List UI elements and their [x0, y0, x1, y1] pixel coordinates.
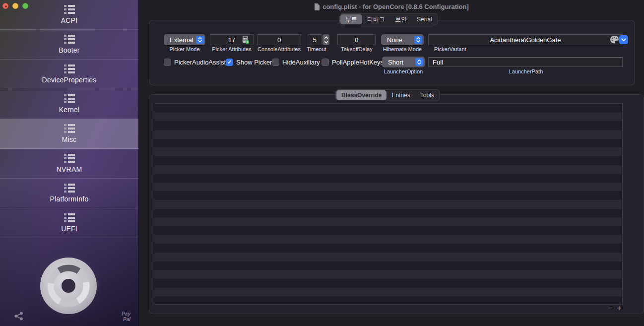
minimize-button[interactable]: [12, 3, 18, 9]
picker-variant-dropdown-button[interactable]: [619, 35, 628, 44]
paypal-line1: Pay: [122, 311, 130, 317]
list-icon: [64, 213, 75, 222]
picker-variant-label: PickerVariant: [434, 46, 533, 52]
picker-attributes-value: 17: [228, 36, 235, 44]
checkbox-icon: [164, 59, 171, 66]
timeout-field[interactable]: 5: [308, 34, 322, 45]
sidebar-item-label: Kernel: [59, 106, 80, 114]
zoom-button[interactable]: [22, 3, 28, 9]
tab-debug[interactable]: 디버그: [362, 14, 390, 24]
popup-stepper-icon: [414, 36, 422, 44]
tab-security[interactable]: 보안: [390, 14, 412, 24]
checkbox-icon: [272, 59, 279, 66]
sidebar-item-label: PlatformInfo: [50, 195, 89, 203]
console-attributes-field[interactable]: 0: [257, 34, 301, 45]
remove-row-button[interactable]: −: [608, 304, 613, 313]
list-icon: [64, 184, 75, 193]
bless-override-table[interactable]: [154, 103, 623, 305]
hide-auxiliary-checkbox[interactable]: HideAuxiliary: [272, 58, 320, 66]
main-content: 부트 디버그 보안 Serial External Picker Mode 17: [139, 0, 644, 326]
timeout-label: Timeout: [303, 46, 330, 52]
checkbox-icon: [322, 59, 329, 66]
app-logo: [39, 257, 98, 315]
launcher-path-field[interactable]: Full: [428, 57, 623, 67]
launcher-path-value: Full: [433, 59, 443, 66]
picker-mode-value: External: [170, 36, 193, 44]
sidebar-item-nvram[interactable]: NVRAM: [0, 149, 138, 179]
launcher-option-label: LauncherOption: [370, 68, 437, 74]
sidebar-item-label: Booter: [59, 46, 79, 54]
picker-attributes-label: Picker Attributes: [205, 46, 258, 52]
poll-apple-hotkeys-checkbox[interactable]: PollAppleHotKeys: [322, 58, 384, 66]
paypal-link[interactable]: Pay Pal: [122, 311, 130, 322]
close-button[interactable]: [2, 3, 8, 9]
hibernate-mode-label: Hibernate Mode: [371, 46, 434, 52]
hibernate-mode-value: None: [387, 36, 402, 44]
paypal-line2: Pal: [122, 317, 130, 322]
picker-variant-field[interactable]: Acidanthera\GoldenGate: [428, 34, 623, 45]
palette-icon[interactable]: [610, 35, 619, 44]
sidebar-item-uefi[interactable]: UEFI: [0, 208, 138, 238]
sidebar-item-kernel[interactable]: Kernel: [0, 89, 138, 119]
tab-serial[interactable]: Serial: [412, 14, 437, 24]
share-icon[interactable]: [14, 311, 24, 321]
console-attributes-value: 0: [277, 36, 281, 44]
checkbox-icon: ✓: [226, 59, 233, 66]
table-edit-buttons: − +: [608, 304, 622, 313]
checkbox-label: Show Picker: [236, 59, 272, 66]
calculator-add-icon[interactable]: [242, 35, 250, 44]
sidebar: ACPI Booter DeviceProperties: [0, 0, 139, 326]
tab-entries[interactable]: Entries: [386, 90, 415, 100]
sidebar-nav: ACPI Booter DeviceProperties: [0, 0, 138, 238]
checkbox-label: PollAppleHotKeys: [332, 59, 384, 66]
boot-settings-group: [149, 20, 635, 85]
popup-stepper-icon: [196, 36, 204, 44]
sidebar-item-label: ACPI: [61, 16, 77, 24]
list-icon: [64, 5, 75, 14]
sidebar-item-booter[interactable]: Booter: [0, 30, 138, 60]
sidebar-item-label: NVRAM: [57, 165, 82, 173]
list-icon: [64, 94, 75, 103]
list-icon: [64, 35, 75, 44]
popup-stepper-icon: [415, 58, 423, 66]
sidebar-item-platforminfo[interactable]: PlatformInfo: [0, 179, 138, 208]
checkbox-label: HideAuxiliary: [282, 59, 320, 66]
console-attributes-label: ConsoleAttributes: [252, 46, 306, 52]
tab-tools[interactable]: Tools: [415, 90, 439, 100]
launcher-option-value: Short: [388, 59, 403, 66]
add-row-button[interactable]: +: [617, 304, 621, 313]
timeout-value: 5: [313, 36, 316, 44]
takeoff-delay-value: 0: [355, 36, 358, 44]
hibernate-mode-popup[interactable]: None: [381, 34, 424, 45]
list-icon: [64, 124, 75, 133]
sidebar-item-label: DeviceProperties: [42, 76, 97, 84]
timeout-stepper[interactable]: [322, 34, 329, 45]
sidebar-item-deviceproperties[interactable]: DeviceProperties: [0, 60, 138, 89]
sidebar-item-misc[interactable]: Misc: [0, 119, 138, 149]
launcher-path-label: LauncherPath: [456, 68, 595, 74]
traffic-lights: [2, 3, 28, 9]
picker-variant-value: Acidanthera\GoldenGate: [490, 36, 561, 44]
show-picker-checkbox[interactable]: ✓ Show Picker: [226, 58, 272, 66]
picker-mode-popup[interactable]: External: [164, 34, 205, 45]
checkbox-label: PickerAudioAssist: [174, 59, 226, 66]
tab-blessoverride[interactable]: BlessOverride: [336, 90, 386, 100]
list-icon: [64, 65, 75, 73]
picker-audio-assist-checkbox[interactable]: PickerAudioAssist: [164, 58, 226, 66]
list-icon: [64, 154, 75, 163]
sidebar-item-label: Misc: [62, 135, 77, 143]
section-tabs: 부트 디버그 보안 Serial: [339, 13, 438, 25]
sidebar-item-label: UEFI: [61, 225, 77, 233]
sub-tabs: BlessOverride Entries Tools: [335, 89, 440, 101]
launcher-option-popup[interactable]: Short: [382, 57, 425, 67]
tab-boot[interactable]: 부트: [340, 14, 362, 24]
takeoff-delay-field[interactable]: 0: [337, 34, 376, 45]
